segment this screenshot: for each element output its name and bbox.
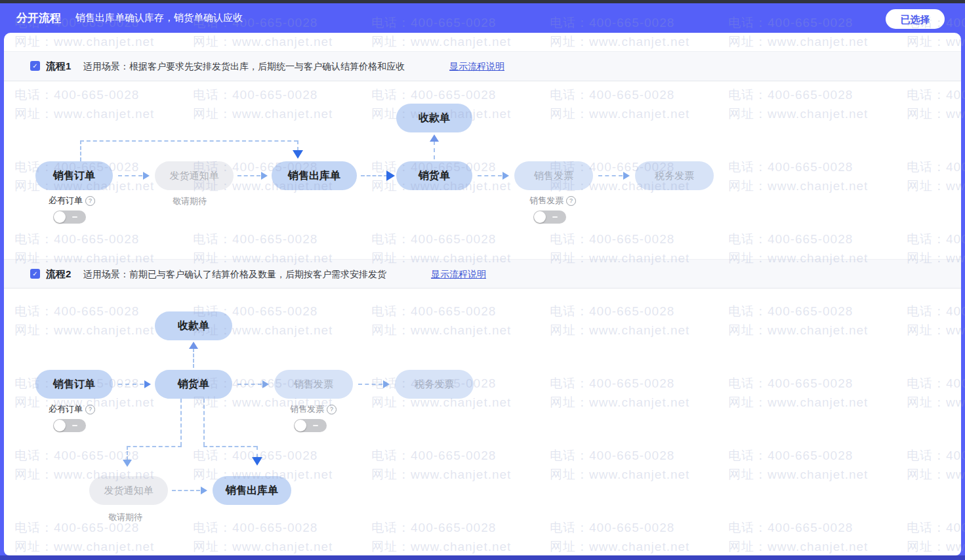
- flow1-sales-invoice-label: 销售发票: [529, 195, 576, 207]
- toggle-knob: [295, 420, 306, 431]
- flow2-must-order-toggle[interactable]: [53, 419, 86, 432]
- flow2-branch-right-arrowhead-icon: [252, 457, 262, 466]
- node-dispatch-notice: 发货通知单: [89, 476, 168, 505]
- node-sales-outbound: 销售出库单: [213, 476, 291, 505]
- node-sales-invoice: 销售发票: [514, 161, 593, 190]
- flow1-bypass-segment-left: [80, 140, 81, 161]
- flow1-bypass-segment-right: [297, 140, 298, 151]
- toggle-knob: [54, 420, 66, 431]
- flow2-branch-left-vertical: [180, 399, 182, 446]
- flow2-branch-right-drop: [257, 446, 258, 458]
- node-sales-slip: 销货单: [155, 370, 232, 399]
- question-icon[interactable]: [85, 196, 95, 206]
- section2-header: 流程2 适用场景：前期已与客户确认了结算价格及数量，后期按客户需求安排发货 显示…: [4, 259, 961, 289]
- flow1-bypass-segment-top: [80, 140, 298, 142]
- question-icon[interactable]: [85, 405, 95, 414]
- node-dispatch-notice: 发货通知单: [155, 161, 234, 190]
- toggle-knob: [534, 211, 546, 223]
- node-sales-outbound: 销售出库单: [272, 161, 357, 190]
- section2-title: 流程2: [46, 268, 71, 281]
- section1-show-flow-link[interactable]: 显示流程说明: [449, 61, 504, 73]
- node-sales-order: 销售订单: [35, 161, 113, 190]
- top-bar: 分开流程 销售出库单确认库存，销货单确认应收 已选择: [0, 3, 965, 33]
- flow2-branch-left-arrowhead-icon: [123, 460, 132, 467]
- flow2-arrow-1-icon: [118, 380, 151, 389]
- flow1-sales-invoice-toggle[interactable]: [533, 210, 566, 224]
- flow2-must-order-label: 必有订单: [49, 403, 95, 415]
- section1-title: 流程1: [46, 60, 71, 73]
- flow1-arrow-3-icon: [361, 171, 395, 180]
- node-sales-invoice: 销售发票: [274, 370, 353, 399]
- flow1-arrow-up-receipt-icon: [429, 134, 440, 159]
- flow2-branch-left-horizontal: [127, 446, 182, 447]
- section2-scenario: 适用场景：前期已与客户确认了结算价格及数量，后期按客户需求安排发货: [83, 269, 386, 281]
- flow1-must-order-label: 必有订单: [49, 195, 95, 207]
- node-receipt: 收款单: [396, 104, 472, 132]
- page-title: 分开流程: [16, 10, 61, 26]
- flow1-arrow-2-icon: [237, 171, 268, 180]
- flow2-branch-left-drop: [127, 446, 128, 460]
- flow1-arrow-1-icon: [118, 171, 150, 180]
- section1-header: 流程1 适用场景：根据客户要求先安排发货出库，后期统一与客户确认结算价格和应收 …: [4, 51, 961, 81]
- flow2-arrow-3-icon: [358, 380, 390, 389]
- flow2-arrow-up-receipt-icon: [188, 342, 199, 368]
- node-sales-slip: 销货单: [396, 161, 472, 190]
- flow2-coming-soon-label: 敬请期待: [108, 511, 142, 523]
- node-receipt: 收款单: [155, 311, 232, 340]
- question-icon[interactable]: [327, 405, 337, 414]
- flow2-branch-right-vertical: [203, 399, 205, 446]
- question-icon[interactable]: [566, 196, 576, 206]
- flow2-branch-right-horizontal: [203, 446, 257, 447]
- section2-checkbox-checked-icon[interactable]: [30, 269, 40, 279]
- toggle-knob: [54, 211, 66, 223]
- flow2-sales-invoice-label: 销售发票: [290, 403, 337, 415]
- node-sales-order: 销售订单: [35, 370, 113, 399]
- flow2-arrow-2-icon: [237, 380, 269, 389]
- flow2-sales-invoice-toggle[interactable]: [294, 419, 327, 432]
- page-subtitle: 销售出库单确认库存，销货单确认应收: [75, 12, 243, 24]
- flow1-must-order-toggle[interactable]: [53, 210, 86, 224]
- split-process-page: 分开流程 销售出库单确认库存，销货单确认应收 已选择 流程1 适用场景：根据客户…: [0, 0, 965, 560]
- section1-checkbox-checked-icon[interactable]: [30, 61, 40, 71]
- section2-show-flow-link[interactable]: 显示流程说明: [431, 269, 486, 281]
- flow2-arrow-4-icon: [172, 486, 207, 495]
- flow1-bypass-arrowhead-icon: [293, 150, 303, 159]
- content-panel: 流程1 适用场景：根据客户要求先安排发货出库，后期统一与客户确认结算价格和应收 …: [4, 33, 961, 555]
- flow1-arrow-4-icon: [478, 171, 509, 180]
- window-bottom-edge: [0, 555, 965, 560]
- node-tax-invoice: 税务发票: [395, 370, 474, 399]
- node-tax-invoice: 税务发票: [635, 161, 714, 190]
- flow1-arrow-5-icon: [598, 171, 630, 180]
- flow1-coming-soon-label: 敬请期待: [173, 195, 207, 207]
- selected-button[interactable]: 已选择: [886, 9, 945, 29]
- section1-scenario: 适用场景：根据客户要求先安排发货出库，后期统一与客户确认结算价格和应收: [83, 61, 405, 73]
